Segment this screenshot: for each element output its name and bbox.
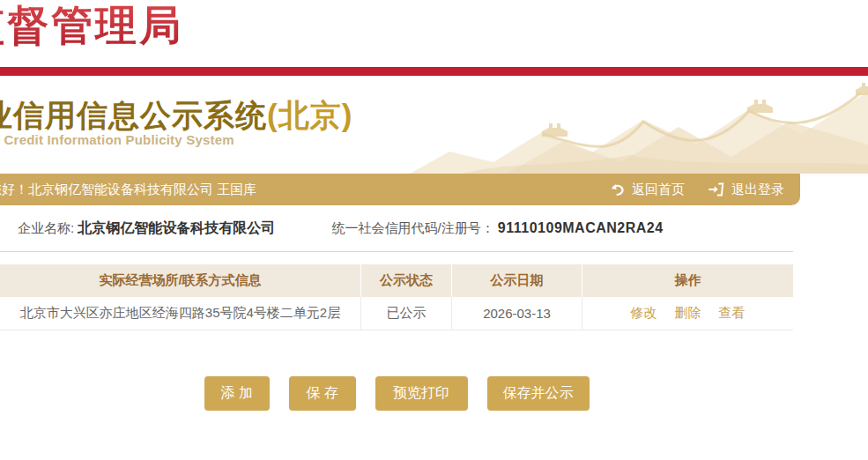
agency-header: 监督管理局 xyxy=(0,0,868,67)
user-bar: 您好！北京钢亿智能设备科技有限公司 王国库 返回首页 xyxy=(0,174,800,205)
publicity-table: 实际经营场所/联系方式信息 公示状态 公示日期 操作 北京市大兴区亦庄地区经海四… xyxy=(0,264,793,330)
action-button-row: 添 加 保 存 预览打印 保存并公示 xyxy=(0,376,793,411)
add-button[interactable]: 添 加 xyxy=(204,376,270,411)
company-name-value: 北京钢亿智能设备科技有限公司 xyxy=(78,220,275,235)
view-link[interactable]: 查看 xyxy=(719,305,746,322)
system-subtitle-en: Enterprise Credit Information Publicity … xyxy=(0,132,234,147)
logout-label: 退出登录 xyxy=(731,182,784,198)
page: 监督管理局 企业信用信息公示系统(北京) Enterprise Credit I… xyxy=(0,0,868,460)
back-arrow-icon xyxy=(609,182,626,197)
return-home-link[interactable]: 返回首页 xyxy=(609,182,685,198)
header-address: 实际经营场所/联系方式信息 xyxy=(0,264,361,297)
cell-actions: 修改 删除 查看 xyxy=(582,297,793,330)
cell-address: 北京市大兴区亦庄地区经海四路35号院4号楼二单元2层 xyxy=(0,297,361,330)
cell-date: 2026-03-13 xyxy=(452,297,582,330)
credit-code-label: 统一社会信用代码/注册号： xyxy=(332,220,494,235)
user-greeting: 您好！北京钢亿智能设备科技有限公司 王国库 xyxy=(0,174,256,205)
agency-title: 监督管理局 xyxy=(0,0,183,54)
system-banner: 企业信用信息公示系统(北京) Enterprise Credit Informa… xyxy=(0,76,868,174)
company-info-section: 企业名称: 北京钢亿智能设备科技有限公司 统一社会信用代码/注册号： 91110… xyxy=(0,205,793,252)
cell-status: 已公示 xyxy=(361,297,452,330)
system-title: 企业信用信息公示系统(北京) xyxy=(0,95,352,137)
header-actions: 操作 xyxy=(582,264,793,297)
return-home-label: 返回首页 xyxy=(632,182,685,198)
save-and-publish-button[interactable]: 保存并公示 xyxy=(487,376,590,411)
logout-icon xyxy=(708,182,725,197)
delete-link[interactable]: 删除 xyxy=(675,305,701,322)
table-row: 北京市大兴区亦庄地区经海四路35号院4号楼二单元2层 已公示 2026-03-1… xyxy=(0,297,793,330)
save-button[interactable]: 保 存 xyxy=(289,376,356,411)
table-header-row: 实际经营场所/联系方式信息 公示状态 公示日期 操作 xyxy=(0,264,793,297)
header-status: 公示状态 xyxy=(361,264,452,297)
red-divider-strip xyxy=(0,67,868,76)
logout-link[interactable]: 退出登录 xyxy=(708,182,784,198)
preview-print-button[interactable]: 预览打印 xyxy=(375,376,468,411)
great-wall-texture xyxy=(410,76,868,174)
user-bar-links: 返回首页 退出登录 xyxy=(609,174,784,205)
credit-code-value: 91110109MACAN2RA24 xyxy=(498,220,664,235)
header-date: 公示日期 xyxy=(452,264,582,297)
system-title-main: 企业信用信息公示系统 xyxy=(0,98,267,132)
system-title-region: (北京) xyxy=(267,98,352,132)
company-name-label: 企业名称: xyxy=(18,220,74,235)
modify-link[interactable]: 修改 xyxy=(631,305,657,322)
